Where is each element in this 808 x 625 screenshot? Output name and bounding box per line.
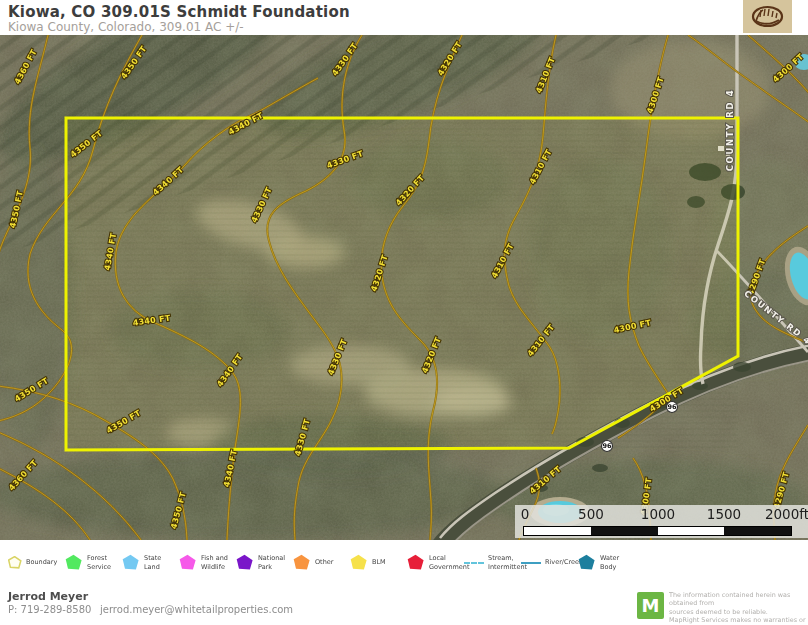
legend-label: Water Body — [600, 554, 635, 570]
scale-rule — [523, 526, 792, 536]
scale-bar: 0500100015002000ft — [515, 505, 808, 538]
scale-tick-labels: 0500100015002000ft — [515, 506, 808, 523]
footer: Jerrod Meyer P: 719-289-8580 jerrod.meye… — [0, 585, 808, 625]
legend-label: Boundary — [26, 558, 57, 566]
legend-label: NationalPark — [258, 554, 285, 570]
boundary-swatch — [8, 556, 22, 569]
legend-item-blm: BLM — [350, 554, 407, 571]
legend-item-river-creek: River/Creek — [521, 558, 578, 566]
property-boundary — [66, 118, 738, 450]
legend-item-forest-service: ForestService — [65, 554, 122, 571]
highway-96-shield: 96 — [602, 441, 613, 452]
scale-tick: 2000ft — [765, 506, 808, 522]
scale-tick: 500 — [578, 506, 604, 522]
forest-service-swatch — [65, 554, 83, 571]
water-body-swatch — [578, 554, 596, 571]
legend-item-state-land: State Land — [122, 554, 179, 571]
svg-text:96: 96 — [667, 403, 677, 411]
legend-item-boundary: Boundary — [8, 556, 65, 569]
scale-tick: 1000 — [641, 506, 675, 522]
highway-96-shield: 96 — [667, 402, 678, 413]
page-title: Kiowa, CO 309.01S Schmidt Foundation — [8, 3, 350, 21]
whitetail-antler-logo-icon — [743, 0, 792, 33]
map-canvas: 4360 FT4350 FT4350 FT4350 FT4340 FT4340 … — [0, 35, 808, 540]
road-label: COUNTY RD 4 — [725, 89, 735, 171]
legend-item-local-government: LocalGovernment — [407, 554, 464, 571]
mapright-disclaimer: The information contained herein was obt… — [669, 591, 806, 625]
aerial-map-svg: 4360 FT4350 FT4350 FT4350 FT4340 FT4340 … — [0, 35, 808, 540]
page-subtitle: Kiowa County, Colorado, 309.01 AC +/- — [8, 20, 244, 34]
header: Kiowa, CO 309.01S Schmidt Foundation Kio… — [0, 0, 808, 35]
legend-item-other: Other — [293, 554, 350, 571]
legend-item-national-park: NationalPark — [236, 554, 293, 571]
legend-item-stream-intermittent: Stream,Intermittent — [464, 554, 521, 570]
legend-label: State Land — [144, 554, 179, 570]
river-creek-swatch — [521, 562, 541, 564]
blm-swatch — [350, 554, 368, 571]
fish-and-wildlife-swatch — [179, 554, 197, 571]
legend-label: BLM — [372, 558, 386, 566]
legend-label: ForestService — [87, 554, 111, 570]
legend: BoundaryForestServiceState LandFish andW… — [0, 540, 808, 585]
national-park-swatch — [236, 554, 254, 571]
agent-email: jerrod.meyer@whitetailproperties.com — [100, 604, 293, 615]
local-government-swatch — [407, 554, 425, 571]
legend-label: Other — [315, 558, 333, 566]
state-land-swatch — [122, 554, 140, 571]
legend-item-water-body: Water Body — [578, 554, 635, 571]
svg-text:96: 96 — [602, 442, 612, 450]
agent-phone: P: 719-289-8580 — [8, 604, 91, 615]
scale-tick: 1500 — [707, 506, 741, 522]
legend-label: Fish andWildlife — [201, 554, 228, 570]
legend-item-fish-and-wildlife: Fish andWildlife — [179, 554, 236, 571]
other-swatch — [293, 554, 311, 571]
agent-name: Jerrod Meyer — [8, 590, 88, 603]
stream-intermittent-swatch — [464, 562, 484, 564]
map-export-page: Kiowa, CO 309.01S Schmidt Foundation Kio… — [0, 0, 808, 625]
scale-tick: 0 — [521, 506, 530, 522]
mapright-logo: M — [637, 592, 664, 619]
